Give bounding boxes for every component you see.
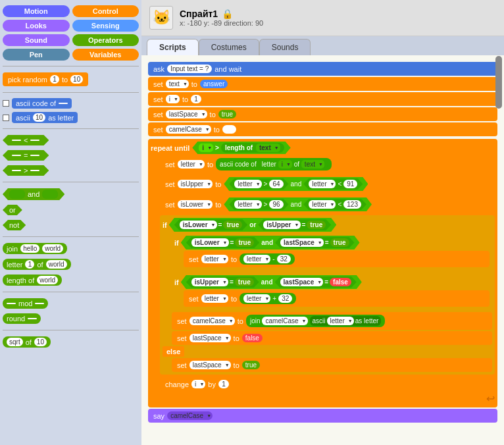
- length-of-val[interactable]: world: [37, 276, 58, 284]
- mod-left[interactable]: [7, 303, 16, 304]
- set-lastspace-true[interactable]: set lastSpace to true: [172, 358, 492, 372]
- i-dd-cond[interactable]: i: [199, 144, 213, 152]
- scrollbar-thumb[interactable]: [495, 56, 502, 109]
- set-letter-minus32[interactable]: set letter to letter - 32: [184, 251, 490, 267]
- lastspace-dd-3[interactable]: lastSpace: [189, 361, 231, 369]
- equals-block[interactable]: =: [3, 150, 139, 161]
- ascii-code-block[interactable]: ascii code of: [3, 98, 139, 109]
- lastspace-dd-2[interactable]: lastSpace: [189, 334, 231, 342]
- lt-right[interactable]: [30, 140, 39, 141]
- sqrt-val[interactable]: 10: [34, 338, 47, 346]
- mod-block[interactable]: mod: [3, 298, 139, 309]
- change-i-block[interactable]: change i by 1: [160, 377, 495, 391]
- by-val[interactable]: 1: [218, 380, 229, 388]
- mod-right[interactable]: [35, 303, 44, 304]
- text-dd-2[interactable]: text: [301, 160, 324, 169]
- repeat-until-label: repeat until: [151, 144, 189, 152]
- text-cond-dd[interactable]: text: [256, 144, 280, 152]
- camelcase-say-dd[interactable]: camelCase: [167, 411, 213, 420]
- camelcase-dd[interactable]: camelCase: [166, 125, 211, 134]
- if-cond-1: isLower = true or isUpper = true: [169, 218, 337, 232]
- set-lastspace-false[interactable]: set lastSpace to false: [172, 331, 492, 345]
- text-var-dd[interactable]: text: [166, 80, 189, 88]
- category-control[interactable]: Control: [72, 5, 139, 17]
- round-block[interactable]: round: [3, 313, 139, 324]
- length-of-block[interactable]: length of world: [3, 275, 139, 286]
- sqrt-func[interactable]: sqrt: [7, 338, 23, 346]
- ascii-as-letter-block[interactable]: ascii 10 as letter: [3, 112, 139, 123]
- tab-costumes[interactable]: Costumes: [199, 39, 259, 55]
- if-inner-2[interactable]: if isUpper = true and lastSp: [172, 273, 492, 309]
- say-block[interactable]: say camelCase: [148, 409, 497, 423]
- join-block[interactable]: join hello world: [3, 243, 139, 254]
- letter-of-block[interactable]: letter 1 of world: [3, 259, 139, 270]
- repeat-until-block[interactable]: repeat until i > length of text set lett…: [148, 139, 497, 407]
- ascii-code-val[interactable]: [59, 103, 68, 104]
- category-operators[interactable]: Operators: [72, 34, 139, 46]
- or-block[interactable]: or: [3, 205, 139, 215]
- category-sound[interactable]: Sound: [3, 34, 70, 46]
- to-l3: to: [215, 201, 221, 209]
- gt-cond: >: [215, 144, 219, 151]
- set-lastspace-block[interactable]: set lastSpace to true: [148, 107, 497, 121]
- letter-plus-expr: letter + 32: [239, 293, 296, 304]
- greater-than-block[interactable]: >: [3, 165, 139, 176]
- or-label: or: [9, 206, 16, 214]
- val-1[interactable]: 1: [191, 95, 201, 103]
- islower-dd[interactable]: isLower: [178, 200, 213, 209]
- eq-left[interactable]: [12, 155, 21, 156]
- lt-left[interactable]: [12, 140, 21, 141]
- answer-val[interactable]: answer: [200, 80, 228, 88]
- not-block[interactable]: not: [3, 220, 139, 230]
- category-looks[interactable]: Looks: [3, 20, 70, 32]
- round-val[interactable]: [28, 318, 37, 319]
- i-dd-2[interactable]: i: [278, 160, 292, 169]
- category-pen[interactable]: Pen: [3, 49, 70, 61]
- less-than-block[interactable]: <: [3, 135, 139, 145]
- lastspace-dd[interactable]: lastSpace: [166, 110, 207, 118]
- and-block[interactable]: and: [3, 188, 139, 200]
- ask-input-val[interactable]: Input text = ?: [167, 65, 212, 73]
- if-outer[interactable]: if isLower = true or isUpper = t: [160, 215, 495, 375]
- pick-random-to[interactable]: 10: [70, 75, 83, 84]
- set-i-block[interactable]: set i to 1: [148, 92, 497, 106]
- gt-right[interactable]: [30, 170, 39, 171]
- i-dd-change[interactable]: i: [191, 380, 205, 388]
- sqrt-block[interactable]: sqrt of 10: [3, 336, 139, 348]
- ascii-code-checkbox[interactable]: [3, 100, 9, 107]
- true-val-1[interactable]: true: [218, 110, 236, 118]
- if-inner-1[interactable]: if isLower = true and lastSp: [172, 233, 492, 270]
- scrollbar-track[interactable]: [495, 55, 503, 445]
- category-sensing[interactable]: Sensing: [72, 20, 139, 32]
- pick-random-from[interactable]: 1: [50, 75, 59, 84]
- set-islower[interactable]: set isLower to letter > 96 and letter <: [160, 195, 495, 214]
- join-left[interactable]: hello: [20, 244, 39, 253]
- letter-num[interactable]: 1: [25, 260, 34, 269]
- letter-dd-3[interactable]: letter: [201, 294, 228, 303]
- ask-block[interactable]: ask Input text = ? and wait: [148, 62, 497, 76]
- set-camelcase-join[interactable]: set camelCase to join camelCase ascii le…: [172, 312, 492, 330]
- camelcase-dd-2[interactable]: camelCase: [189, 317, 235, 325]
- letter-dd-1[interactable]: letter: [178, 160, 205, 169]
- letter-dd-2[interactable]: letter: [201, 255, 228, 263]
- set-text-block[interactable]: set text to answer: [148, 77, 497, 91]
- ascii-num[interactable]: 10: [33, 113, 45, 122]
- set-camelcase-block[interactable]: set camelCase to: [148, 122, 497, 136]
- ascii-letter-checkbox[interactable]: [3, 115, 9, 121]
- isupper-dd[interactable]: isUpper: [178, 180, 213, 188]
- eq-right[interactable]: [30, 155, 39, 156]
- set-isupper[interactable]: set isUpper to letter > 64 and letter <: [160, 174, 495, 194]
- join-right[interactable]: world: [42, 244, 63, 253]
- gt-left[interactable]: [12, 170, 21, 171]
- tab-sounds[interactable]: Sounds: [259, 39, 311, 55]
- empty-val[interactable]: [222, 125, 236, 134]
- to-label-4: to: [214, 126, 220, 134]
- set-letter-plus32[interactable]: set letter to letter + 32: [184, 290, 490, 307]
- set-letter-ascii[interactable]: set letter to ascii code of letter i of …: [160, 155, 495, 173]
- category-variables[interactable]: Variables: [72, 49, 139, 61]
- tab-scripts[interactable]: Scripts: [147, 39, 199, 55]
- i-var-dd[interactable]: i: [166, 95, 180, 103]
- category-motion[interactable]: Motion: [3, 5, 70, 17]
- letter-of-val[interactable]: world: [46, 260, 67, 269]
- pick-random-block[interactable]: pick random 1 to 10: [3, 72, 139, 86]
